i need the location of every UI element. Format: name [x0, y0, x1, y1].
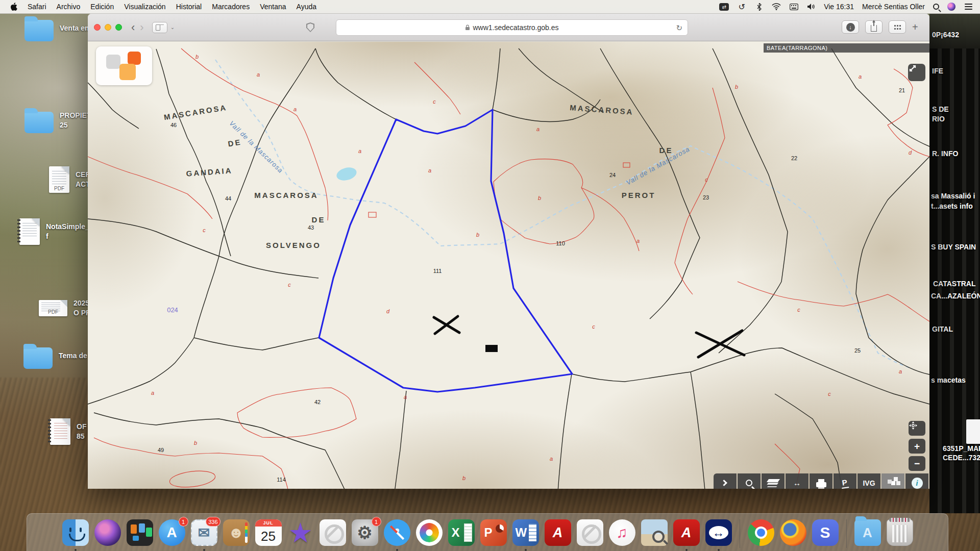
- desktop-icon-label-right[interactable]: 6351P_MARIA_: [943, 444, 980, 453]
- desktop-icon-label-right[interactable]: t...asets info: [931, 202, 973, 210]
- sidebar-button[interactable]: [152, 22, 167, 33]
- dock-blocked-photos-app[interactable]: [577, 519, 603, 548]
- privacy-shield-icon[interactable]: [306, 22, 314, 32]
- desktop-icon-label-right[interactable]: CA...AZALEÓN: [931, 292, 980, 300]
- window-titlebar[interactable]: ‹ › ⌄ www1.sedecatastro.gob.es ↻ ↓ +: [88, 14, 929, 41]
- menu-item[interactable]: Ayuda: [291, 3, 322, 11]
- menu-item[interactable]: Historial: [171, 3, 207, 11]
- zoom-button[interactable]: [115, 24, 122, 31]
- reload-icon[interactable]: ↻: [676, 23, 682, 33]
- dock-itunes[interactable]: ♫: [609, 519, 635, 548]
- map-search-button[interactable]: [738, 473, 761, 489]
- catastro-logo[interactable]: [96, 46, 152, 85]
- dock-trash[interactable]: [887, 519, 913, 548]
- forward-button[interactable]: ›: [140, 21, 143, 34]
- menu-item[interactable]: Marcadores: [207, 3, 255, 11]
- dock-firefox[interactable]: [780, 519, 806, 548]
- tab-overview-button[interactable]: [889, 20, 906, 34]
- desktop-icon[interactable]: PDF 2025 O PR: [39, 298, 91, 318]
- desktop-icon-label-right[interactable]: GITAL: [932, 325, 953, 333]
- dock-photos[interactable]: [416, 519, 443, 548]
- volume-icon[interactable]: [806, 3, 816, 11]
- time-machine-icon[interactable]: ↺: [737, 3, 746, 11]
- desktop-icon[interactable]: Tema de la: [23, 343, 95, 369]
- desktop-icon[interactable]: OF 85: [50, 418, 86, 445]
- dock-word[interactable]: W: [512, 519, 539, 548]
- desktop-icon-label-right[interactable]: S BUY SPAIN: [931, 243, 976, 251]
- desktop-icon[interactable]: NotaSimple_ f: [19, 218, 89, 245]
- notification-center-icon[interactable]: [964, 3, 973, 11]
- minimize-button[interactable]: [105, 24, 111, 31]
- desktop-icon-label-right[interactable]: S DE: [932, 105, 949, 113]
- dock-safari[interactable]: [384, 519, 410, 548]
- share-button[interactable]: [865, 20, 883, 34]
- spotlight-icon[interactable]: [933, 4, 939, 10]
- dock-teamviewer[interactable]: ↔: [705, 519, 732, 548]
- menu-item[interactable]: Ventana: [255, 3, 291, 11]
- desktop-icon-label-right[interactable]: 0P¡6432: [932, 31, 959, 39]
- bluetooth-icon[interactable]: [754, 3, 764, 11]
- keyboard-input-icon[interactable]: [789, 3, 798, 11]
- siri-icon[interactable]: [947, 3, 955, 11]
- desktop-icon[interactable]: PROPIETA 25: [24, 107, 96, 133]
- desktop-icon-label-right[interactable]: RIO: [932, 115, 945, 123]
- menu-item[interactable]: Safari: [22, 3, 52, 11]
- expand-toolbar-button[interactable]: [714, 473, 737, 489]
- menu-item[interactable]: Archivo: [52, 3, 86, 11]
- dock-chrome[interactable]: [748, 519, 774, 548]
- menu-item[interactable]: Visualización: [119, 3, 170, 11]
- dock-siri[interactable]: [94, 519, 121, 548]
- apple-menu[interactable]: [10, 3, 17, 11]
- print-button[interactable]: [810, 473, 832, 489]
- menu-bar-user[interactable]: Mercè Sentias Oller: [862, 3, 925, 11]
- layers-button[interactable]: [762, 473, 785, 489]
- cartography-3d-button[interactable]: [881, 473, 904, 489]
- chevron-down-icon[interactable]: ⌄: [170, 24, 175, 30]
- teamviewer-icon[interactable]: ⇄: [719, 3, 729, 11]
- zoom-in-button[interactable]: +: [909, 439, 925, 454]
- dock-smart-switch[interactable]: S: [812, 519, 839, 548]
- back-button[interactable]: ‹: [131, 21, 135, 34]
- desktop-icon-label-right[interactable]: sa Massalió i: [931, 192, 975, 200]
- pan-button[interactable]: [909, 421, 925, 436]
- desktop-icon[interactable]: Venta em: [24, 15, 91, 41]
- dock-imovie[interactable]: ★: [287, 519, 314, 548]
- ivg-button[interactable]: IVG: [857, 473, 880, 489]
- dock-applications-folder[interactable]: A: [854, 519, 881, 548]
- wifi-icon[interactable]: [772, 3, 781, 11]
- info-button[interactable]: i: [905, 473, 928, 489]
- running-indicator: [718, 549, 720, 551]
- desktop-icon-label-right[interactable]: R. INFO: [932, 149, 958, 158]
- desktop-icon-label-right[interactable]: CEDE...732_.p12: [943, 454, 980, 462]
- downloads-button[interactable]: ↓: [842, 20, 859, 34]
- cadastral-map[interactable]: BATEA(TARRAGONA) MASCAROSADEGANDAIAMASCA…: [88, 42, 929, 489]
- dock-blocked-app[interactable]: [320, 519, 346, 548]
- fullscreen-button[interactable]: [908, 64, 925, 81]
- menu-item[interactable]: Edición: [85, 3, 119, 11]
- address-bar[interactable]: www1.sedecatastro.gob.es ↻: [336, 19, 688, 36]
- desktop-icon-image: [23, 347, 53, 369]
- dock-preview[interactable]: [641, 519, 668, 548]
- new-tab-button[interactable]: +: [912, 21, 924, 33]
- pin-button[interactable]: P: [834, 473, 856, 489]
- close-button[interactable]: [94, 24, 101, 31]
- zoom-out-button[interactable]: −: [909, 456, 925, 471]
- dock-contacts[interactable]: ☻: [223, 519, 250, 548]
- dock-system-preferences[interactable]: ⚙1: [352, 519, 378, 548]
- dock-mission-control[interactable]: [127, 519, 153, 548]
- dock-app-store[interactable]: A1: [159, 519, 185, 548]
- dock-calendar[interactable]: JUL25: [255, 519, 282, 548]
- desktop-icon-label-right[interactable]: IFE: [932, 67, 943, 75]
- dock-excel[interactable]: X: [448, 519, 475, 548]
- notification-badge: 336: [206, 517, 220, 527]
- menu-bar-clock[interactable]: Vie 16:31: [824, 3, 854, 11]
- desktop-icon-partial[interactable]: [966, 419, 980, 444]
- desktop-icon-label-right[interactable]: CATASTRAL: [933, 280, 975, 288]
- dock-mail[interactable]: ✉336: [191, 519, 217, 548]
- dock-adobe-acrobat[interactable]: A: [545, 519, 571, 548]
- dock-adobe-acrobat-2[interactable]: A: [673, 519, 700, 548]
- measure-button[interactable]: ↔: [786, 473, 808, 489]
- desktop-icon-label-right[interactable]: s macetas: [931, 376, 966, 384]
- dock-powerpoint[interactable]: P: [480, 519, 507, 548]
- dock-finder[interactable]: [62, 519, 89, 548]
